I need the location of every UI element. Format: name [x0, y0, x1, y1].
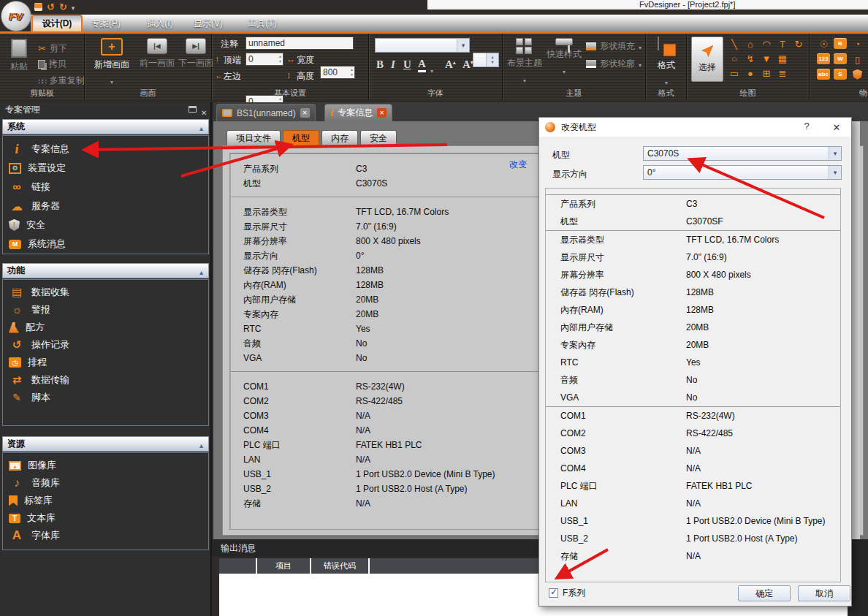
sidebar-item[interactable]: i 专案信息	[3, 140, 208, 159]
cut-button[interactable]: 剪下	[38, 42, 67, 55]
dialog-help-button[interactable]: ?	[800, 121, 813, 132]
text-button-icon[interactable]: abc	[817, 69, 830, 80]
meter-icon[interactable]: ◔	[849, 37, 866, 52]
sidebar-item[interactable]: 配方	[3, 319, 208, 336]
close-panel-icon[interactable]	[201, 105, 207, 118]
bold-button[interactable]: B	[376, 58, 384, 71]
font-color-button[interactable]: A	[418, 58, 426, 72]
copy-button[interactable]: 拷贝	[38, 58, 66, 70]
sidebar-item[interactable]: ▤ 数据收集	[3, 284, 208, 301]
sidebar-item[interactable]: A 字体库	[3, 527, 208, 544]
tab-view[interactable]: 显示(V)	[190, 18, 226, 29]
line-icon[interactable]: ╲	[726, 37, 742, 51]
font-color-caret-icon[interactable]	[430, 63, 433, 76]
sidebar-item[interactable]: ⚙ 装置设定	[3, 159, 208, 178]
pie-icon[interactable]: ▼	[758, 51, 774, 66]
section-function[interactable]: 功能	[2, 263, 209, 278]
quick-access-caret-icon[interactable]	[72, 0, 75, 13]
ok-button[interactable]: 确定	[738, 585, 791, 601]
italic-button[interactable]: I	[391, 58, 395, 71]
[interactable]	[791, 51, 807, 66]
[interactable]	[791, 66, 807, 80]
sidebar-item[interactable]: T 文本库	[3, 509, 208, 527]
multi-copy-button[interactable]: 多重复制	[38, 74, 85, 87]
next-screen-button[interactable]: 下一画面	[178, 38, 213, 69]
f-series-checkbox[interactable]: F系列	[549, 587, 585, 599]
underline-button[interactable]: U	[403, 58, 411, 71]
doc-tab-project-info[interactable]: i 专案信息	[324, 104, 392, 121]
sidebar-item[interactable]: ! 安全	[3, 216, 208, 235]
font-family-select[interactable]	[375, 38, 470, 53]
doc-tab-bs1[interactable]: BS1(unnamed)	[216, 104, 316, 121]
rectangle-icon[interactable]: ▭	[726, 66, 742, 80]
tab-design[interactable]: 设计(D)	[31, 15, 83, 32]
sidebar-item[interactable]: ▲ 图像库	[3, 457, 208, 474]
rotate-icon[interactable]: ↻	[791, 37, 807, 51]
select-tool-button[interactable]: 选择	[691, 37, 723, 82]
section-system[interactable]: 系统	[2, 119, 209, 134]
word-button-icon[interactable]: W	[834, 53, 847, 64]
list-icon[interactable]: ≣	[774, 66, 791, 80]
quick-style-button[interactable]: 快速样式	[545, 38, 583, 77]
undo-icon[interactable]	[47, 0, 55, 13]
cancel-button[interactable]: 取消	[798, 585, 850, 601]
tab-security[interactable]: 安全	[360, 130, 397, 146]
slider-icon[interactable]: ▯	[849, 52, 866, 67]
close-tab-icon[interactable]	[300, 108, 310, 118]
tab-project-file[interactable]: 项目文件	[226, 130, 281, 146]
sidebar-item[interactable]: ♪ 音频库	[3, 474, 208, 492]
sidebar-item[interactable]: M 系统消息	[3, 235, 208, 254]
add-screen-button[interactable]: + 新增画面	[89, 38, 134, 87]
sidebar-item[interactable]: 标签库	[3, 492, 208, 509]
sidebar-item[interactable]: ☼ 警报	[3, 301, 208, 319]
sidebar-item[interactable]: ◷ 排程	[3, 354, 208, 371]
text-icon[interactable]: T	[774, 37, 791, 51]
shape-fill-button[interactable]: 形状填充	[586, 39, 642, 53]
tab-memory[interactable]: 内存	[321, 130, 358, 146]
comment-input[interactable]: unnamed	[245, 37, 354, 50]
sidebar-item[interactable]: ⇄ 数据传输	[3, 371, 208, 389]
lamp-icon[interactable]: ☉	[815, 37, 832, 52]
dialog-close-icon[interactable]	[829, 120, 844, 134]
shrink-font-button[interactable]: A	[462, 58, 473, 71]
ellipse-icon[interactable]: ○	[726, 51, 742, 66]
output-column-header[interactable]: 项目	[257, 558, 310, 574]
app-logo[interactable]: FV	[1, 1, 31, 31]
save-icon[interactable]	[34, 3, 42, 11]
shape-outline-button[interactable]: 形状轮廓	[586, 57, 642, 70]
numeric-button-icon[interactable]: 123	[817, 53, 830, 64]
tab-project[interactable]: 专案(P)	[86, 18, 126, 29]
image-icon[interactable]: ▦	[774, 51, 791, 66]
sidebar-item[interactable]: ☁ 服务器	[3, 197, 208, 216]
polygon-icon[interactable]: ⌂	[742, 37, 758, 51]
output-column-header[interactable]: 错误代码	[311, 558, 368, 574]
float-panel-icon[interactable]	[189, 106, 197, 113]
redo-icon[interactable]	[59, 0, 67, 13]
prev-screen-button[interactable]: 前一画面	[136, 38, 178, 69]
dot-icon[interactable]: ●	[742, 66, 758, 80]
format-button[interactable]: 格式	[652, 37, 681, 88]
sidebar-item[interactable]: ∞ 链接	[3, 178, 208, 197]
orientation-select[interactable]: 0°	[643, 165, 842, 180]
change-model-link[interactable]: 改变	[509, 159, 527, 171]
top-input[interactable]: 0	[245, 53, 283, 66]
tab-model[interactable]: 机型	[283, 130, 319, 146]
tab-tools[interactable]: 工具(T)	[244, 18, 281, 29]
bit-button-icon[interactable]: B	[834, 38, 847, 49]
arc-icon[interactable]: ◠	[758, 37, 774, 51]
output-column-header[interactable]	[219, 558, 256, 574]
paste-button[interactable]: 粘贴	[4, 39, 34, 73]
close-tab-icon[interactable]	[377, 108, 387, 118]
sidebar-item[interactable]: ✎ 脚本	[3, 389, 208, 406]
string-button-icon[interactable]: S	[834, 69, 847, 80]
polyline-icon[interactable]: ↯	[742, 51, 758, 66]
switch-icon[interactable]	[853, 69, 862, 80]
width-input[interactable]: 800	[320, 66, 355, 79]
grow-font-button[interactable]: A	[445, 58, 456, 71]
tab-insert[interactable]: 插入(I)	[142, 18, 178, 29]
scene-theme-button[interactable]: 布景主题	[506, 38, 544, 85]
section-resource[interactable]: 资源	[2, 436, 209, 452]
model-select[interactable]: C3070S	[643, 146, 842, 161]
sidebar-item[interactable]: ↺ 操作记录	[3, 336, 208, 354]
font-size-select[interactable]	[473, 53, 499, 67]
